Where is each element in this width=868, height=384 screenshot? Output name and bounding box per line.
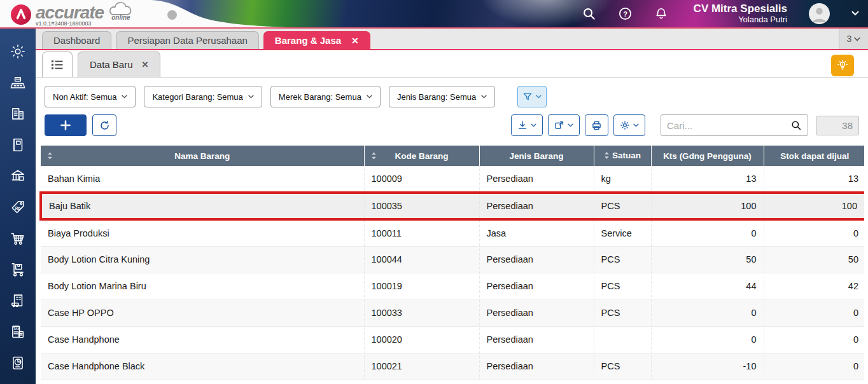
help-icon[interactable]: ? <box>618 6 633 21</box>
export-button[interactable] <box>548 114 580 136</box>
tab-dashboard[interactable]: Dashboard <box>42 31 111 49</box>
company-icon[interactable] <box>5 105 31 123</box>
cell-jenis-barang[interactable]: Persediaan <box>479 353 594 380</box>
search-icon[interactable] <box>582 6 596 21</box>
avatar[interactable] <box>809 3 830 24</box>
cell-stok-dapat-dijual[interactable]: 13 <box>764 166 864 193</box>
filter-merek-barang[interactable]: Merek Barang: Semua <box>270 86 381 107</box>
table-row[interactable]: Case Handphone Black 100021 Persediaan P… <box>41 353 864 380</box>
bank-icon[interactable] <box>5 167 31 185</box>
table-row[interactable]: Bahan Kimia 100009 Persediaan kg 13 13 <box>41 166 864 193</box>
cell-stok-dapat-dijual[interactable]: 42 <box>764 273 864 299</box>
cell-nama-barang[interactable]: Case Handphone <box>41 326 364 353</box>
refresh-button[interactable] <box>92 114 116 136</box>
search-icon[interactable] <box>790 120 802 131</box>
settings-icon[interactable] <box>5 43 31 60</box>
tab-overflow-dropdown[interactable]: 3 <box>839 29 868 49</box>
cell-jenis-barang[interactable]: Persediaan <box>479 299 594 326</box>
cell-kode-barang[interactable]: 100044 <box>364 246 479 273</box>
price-tag-icon[interactable]: Rp <box>5 198 31 216</box>
download-button[interactable] <box>511 114 543 136</box>
cell-kts-gdng-pengguna[interactable]: -10 <box>651 353 764 380</box>
cell-stok-dapat-dijual[interactable]: 100 <box>764 193 864 219</box>
print-button[interactable] <box>585 114 608 136</box>
cell-satuan[interactable]: PCS <box>594 193 651 219</box>
cell-satuan[interactable]: kg <box>594 166 651 193</box>
cell-kode-barang[interactable]: 100033 <box>364 299 479 326</box>
cell-satuan[interactable]: PCS <box>594 273 651 299</box>
tax-icon[interactable]: TAX <box>5 323 31 341</box>
cell-kts-gdng-pengguna[interactable]: 100 <box>651 193 764 219</box>
close-icon[interactable]: ✕ <box>142 60 149 69</box>
cell-jenis-barang[interactable]: Persediaan <box>479 166 594 193</box>
journal-icon[interactable] <box>5 136 31 154</box>
cell-satuan[interactable]: PCS <box>594 299 651 326</box>
cell-nama-barang[interactable]: Case HP OPPO <box>41 299 364 326</box>
sort-icon[interactable] <box>371 152 377 160</box>
cell-jenis-barang[interactable]: Persediaan <box>479 326 594 353</box>
cell-stok-dapat-dijual[interactable]: 50 <box>764 246 864 273</box>
cell-kts-gdng-pengguna[interactable]: 13 <box>651 166 764 193</box>
sort-icon[interactable] <box>47 152 53 160</box>
column-header-kode-barang[interactable]: Kode Barang <box>364 146 479 166</box>
cell-stok-dapat-dijual[interactable]: 0 <box>764 326 864 353</box>
cell-satuan[interactable] <box>594 326 651 353</box>
tips-button[interactable] <box>831 55 854 76</box>
tab-barang-jasa[interactable]: Barang & Jasa ✕ <box>263 31 370 49</box>
cell-nama-barang[interactable]: Bahan Kimia <box>41 166 364 193</box>
inventory-icon[interactable] <box>5 261 31 278</box>
notification-bell-icon[interactable] <box>654 6 668 21</box>
cell-jenis-barang[interactable]: Jasa <box>479 219 594 246</box>
column-header-jenis-barang[interactable]: Jenis Barang <box>479 146 594 166</box>
list-menu-button[interactable] <box>42 51 73 77</box>
inner-tab-data-baru[interactable]: Data Baru ✕ <box>78 51 160 77</box>
accurate-logo[interactable]: accurate online v1.0.1#3408-1880003 <box>0 1 137 27</box>
cell-nama-barang[interactable]: Biaya Produksi <box>41 219 364 246</box>
account-chevron-down-icon[interactable] <box>851 11 859 16</box>
column-header-kts-gdng-pengguna[interactable]: Kts (Gdng Pengguna) <box>651 146 764 166</box>
close-icon[interactable]: ✕ <box>351 36 359 46</box>
sort-icon[interactable] <box>604 151 610 160</box>
cell-nama-barang[interactable]: Body Lotion Citra Kuning <box>41 246 364 273</box>
table-row[interactable]: Body Lotion Citra Kuning 100044 Persedia… <box>41 246 864 273</box>
cell-kts-gdng-pengguna[interactable]: 44 <box>651 273 764 299</box>
filter-kategori-barang[interactable]: Kategori Barang: Semua <box>144 86 262 107</box>
purchase-cart-icon[interactable] <box>5 230 31 247</box>
column-header-nama-barang[interactable]: Nama Barang <box>41 146 364 166</box>
column-header-satuan[interactable]: Satuan <box>594 146 651 166</box>
cell-stok-dapat-dijual[interactable]: 0 <box>764 299 864 326</box>
table-row[interactable]: Case HP OPPO 100033 Persediaan PCS 0 0 <box>41 299 864 326</box>
report-icon[interactable] <box>5 354 31 372</box>
add-item-button[interactable] <box>45 114 87 136</box>
cell-kode-barang[interactable]: 100011 <box>364 219 479 246</box>
column-header-stok-dapat-dijual[interactable]: Stok dapat dijual <box>764 146 864 166</box>
table-row[interactable]: Biaya Produksi 100011 Jasa Service 0 0 <box>41 219 864 246</box>
cell-satuan[interactable]: Service <box>594 219 651 246</box>
cell-kts-gdng-pengguna[interactable]: 0 <box>651 219 764 246</box>
table-row[interactable]: Case Handphone 100020 Persediaan 0 0 <box>41 326 864 353</box>
cell-kode-barang[interactable]: 100021 <box>364 353 479 380</box>
fixed-asset-icon[interactable] <box>5 292 31 310</box>
cell-jenis-barang[interactable]: Persediaan <box>479 193 594 219</box>
cell-satuan[interactable]: PCS <box>594 246 651 273</box>
cash-register-icon[interactable] <box>5 74 31 92</box>
cell-kode-barang[interactable]: 100020 <box>364 326 479 353</box>
cell-kode-barang[interactable]: 100009 <box>364 166 479 193</box>
cell-kts-gdng-pengguna[interactable]: 0 <box>651 299 764 326</box>
tab-persiapan-data-perusahaan[interactable]: Persiapan Data Perusahaan <box>116 31 258 49</box>
cell-nama-barang[interactable]: Body Lotion Marina Biru <box>41 273 364 299</box>
cell-stok-dapat-dijual[interactable]: 0 <box>764 353 864 380</box>
table-settings-button[interactable] <box>613 114 645 136</box>
table-row[interactable]: Body Lotion Marina Biru 100019 Persediaa… <box>41 273 864 299</box>
cell-satuan[interactable]: PCS <box>594 353 651 380</box>
filter-jenis-barang[interactable]: Jenis Barang: Semua <box>389 86 495 107</box>
cell-kode-barang[interactable]: 100035 <box>364 193 479 219</box>
cell-kode-barang[interactable]: 100019 <box>364 273 479 299</box>
table-row[interactable]: Baju Batik 100035 Persediaan PCS 100 100 <box>41 193 864 219</box>
cell-kts-gdng-pengguna[interactable]: 50 <box>651 246 764 273</box>
filter-non-aktif[interactable]: Non Aktif: Semua <box>45 86 136 107</box>
cell-jenis-barang[interactable]: Persediaan <box>479 273 594 299</box>
cell-nama-barang[interactable]: Case Handphone Black <box>41 353 364 380</box>
cell-nama-barang[interactable]: Baju Batik <box>41 193 364 219</box>
cell-stok-dapat-dijual[interactable]: 0 <box>764 219 864 246</box>
